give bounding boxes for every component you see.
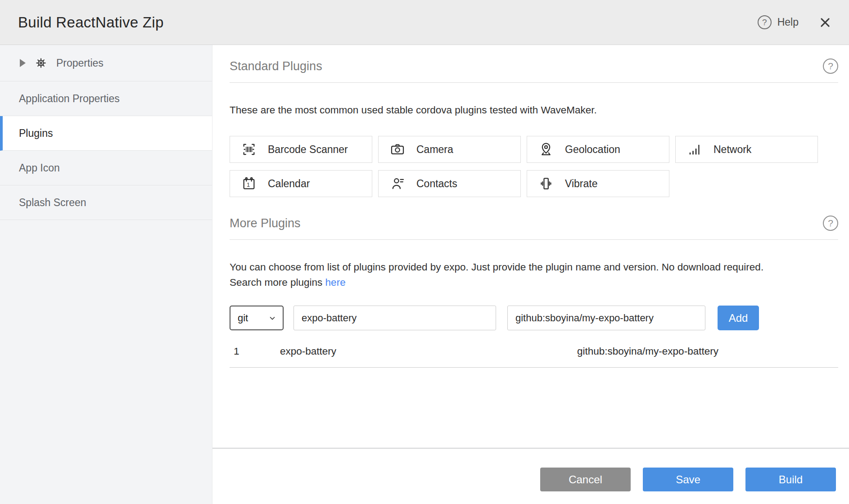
sidebar-item-application-properties[interactable]: Application Properties — [0, 81, 212, 116]
plugin-card-label: Network — [714, 144, 751, 156]
description-line2-prefix: Search more plugins — [230, 277, 325, 288]
search-plugins-link[interactable]: here — [325, 277, 346, 288]
plugin-row-name: expo-battery — [280, 346, 577, 357]
plugin-source-value: git — [238, 312, 248, 324]
geolocation-icon — [538, 142, 554, 157]
contacts-icon — [390, 176, 405, 191]
expand-arrow-icon[interactable] — [20, 59, 26, 67]
plugin-card-label: Geolocation — [565, 144, 620, 156]
save-button[interactable]: Save — [643, 468, 733, 491]
add-button[interactable]: Add — [718, 306, 759, 330]
help-button[interactable]: ? Help — [758, 15, 799, 29]
description-line1: You can choose from list of plugins prov… — [230, 260, 838, 275]
cancel-button[interactable]: Cancel — [540, 468, 631, 491]
sidebar-item-splash-screen[interactable]: Splash Screen — [0, 185, 212, 220]
dialog-body: Properties Application Properties Plugin… — [0, 45, 849, 504]
build-reactnative-dialog: Build ReactNative Zip ? Help Properties — [0, 0, 849, 504]
dialog-title: Build ReactNative Zip — [18, 14, 164, 31]
sidebar-item-properties[interactable]: Properties — [0, 45, 212, 81]
sidebar: Properties Application Properties Plugin… — [0, 45, 212, 504]
standard-plugins-header: Standard Plugins ? — [230, 58, 838, 74]
standard-plugins-help-icon[interactable]: ? — [823, 58, 838, 74]
header-actions: ? Help — [758, 15, 832, 29]
gear-icon — [34, 56, 48, 70]
divider — [230, 239, 838, 240]
vibrate-icon — [538, 176, 554, 191]
help-label: Help — [777, 16, 799, 28]
standard-plugins-grid: Barcode Scanner Camera — [230, 136, 838, 197]
dialog-header: Build ReactNative Zip ? Help — [0, 0, 849, 45]
sidebar-item-label: Application Properties — [19, 93, 120, 105]
divider — [230, 82, 838, 83]
plugin-row-index: 1 — [230, 346, 280, 357]
plugin-card-vibrate[interactable]: Vibrate — [527, 170, 669, 197]
dialog-footer: Cancel Save Build — [212, 448, 849, 504]
calendar-icon: 1 — [241, 176, 257, 191]
plugin-card-label: Contacts — [416, 178, 457, 190]
help-icon: ? — [758, 15, 772, 29]
svg-text:1: 1 — [247, 181, 250, 188]
sidebar-item-label: Splash Screen — [19, 197, 86, 209]
plugin-list: 1 expo-battery github:sboyina/my-expo-ba… — [230, 339, 838, 368]
barcode-icon — [241, 142, 257, 157]
plugin-list-row[interactable]: 1 expo-battery github:sboyina/my-expo-ba… — [230, 339, 838, 368]
sidebar-item-plugins[interactable]: Plugins — [0, 116, 212, 151]
camera-icon — [390, 142, 405, 157]
main-panel: Standard Plugins ? These are the most co… — [212, 45, 849, 504]
plugin-card-label: Camera — [416, 144, 453, 156]
more-plugins-help-icon[interactable]: ? — [823, 216, 838, 231]
network-icon — [687, 142, 702, 157]
plugin-card-label: Vibrate — [565, 178, 597, 190]
plugin-name-input[interactable] — [294, 306, 496, 330]
plugin-card-label: Calendar — [268, 178, 310, 190]
close-icon — [818, 16, 832, 29]
plugin-row-version: github:sboyina/my-expo-battery — [577, 346, 838, 357]
main-content: Standard Plugins ? These are the most co… — [212, 45, 849, 368]
plugin-card-geolocation[interactable]: Geolocation — [527, 136, 669, 163]
plugin-card-camera[interactable]: Camera — [378, 136, 521, 163]
plugin-source-select[interactable]: git — [230, 306, 284, 330]
standard-plugins-description: These are the most common used stable co… — [230, 103, 838, 118]
plugin-card-barcode-scanner[interactable]: Barcode Scanner — [230, 136, 372, 163]
close-button[interactable] — [818, 16, 832, 29]
add-plugin-form: git Add — [230, 306, 838, 330]
sidebar-item-label: Plugins — [19, 127, 53, 140]
chevron-down-icon — [268, 314, 276, 322]
more-plugins-description: You can choose from list of plugins prov… — [230, 260, 838, 290]
more-plugins-title: More Plugins — [230, 216, 301, 230]
plugin-card-network[interactable]: Network — [675, 136, 818, 163]
plugin-card-calendar[interactable]: 1 Calendar — [230, 170, 372, 197]
build-button[interactable]: Build — [745, 468, 836, 491]
plugin-card-label: Barcode Scanner — [268, 144, 348, 156]
sidebar-item-app-icon[interactable]: App Icon — [0, 151, 212, 185]
plugin-card-contacts[interactable]: Contacts — [378, 170, 521, 197]
description-line2: Search more plugins here — [230, 275, 838, 290]
more-plugins-header: More Plugins ? — [230, 216, 838, 231]
standard-plugins-title: Standard Plugins — [230, 59, 322, 73]
sidebar-item-label: App Icon — [19, 162, 60, 174]
plugin-version-input[interactable] — [507, 306, 705, 330]
sidebar-item-label: Properties — [56, 57, 104, 69]
